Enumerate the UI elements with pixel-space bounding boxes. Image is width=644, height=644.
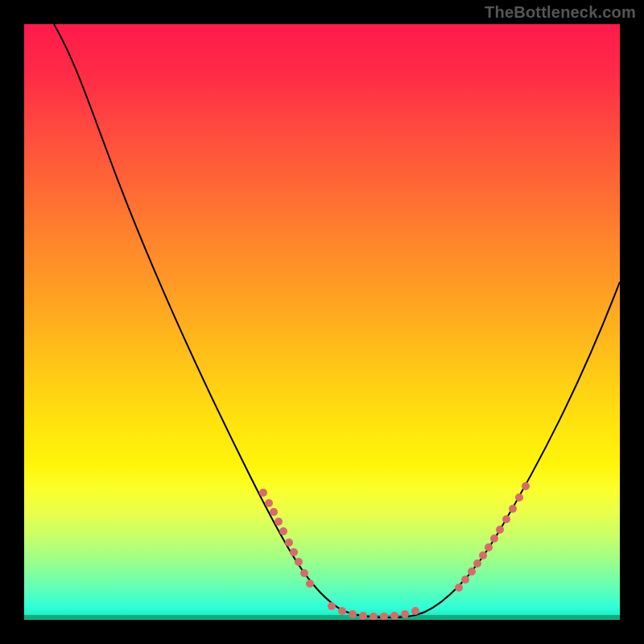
- svg-point-20: [461, 576, 469, 584]
- svg-point-28: [509, 505, 517, 513]
- svg-point-23: [479, 551, 487, 559]
- svg-point-8: [300, 569, 308, 577]
- svg-point-26: [496, 526, 504, 534]
- svg-point-3: [275, 518, 283, 526]
- svg-point-9: [306, 580, 314, 588]
- svg-point-1: [265, 499, 273, 507]
- svg-point-10: [328, 602, 336, 610]
- svg-point-5: [285, 539, 293, 547]
- svg-point-27: [502, 515, 510, 523]
- svg-point-6: [290, 548, 298, 556]
- svg-point-14: [369, 613, 378, 620]
- svg-point-17: [401, 610, 409, 618]
- svg-point-21: [468, 568, 476, 576]
- svg-point-18: [411, 607, 419, 615]
- svg-point-13: [359, 612, 367, 620]
- svg-point-7: [295, 558, 303, 566]
- svg-point-16: [390, 612, 398, 620]
- bottleneck-curve: [54, 24, 620, 617]
- watermark-text: TheBottleneck.com: [485, 3, 636, 22]
- svg-point-22: [473, 559, 481, 568]
- svg-point-15: [380, 613, 388, 620]
- svg-point-29: [515, 493, 523, 502]
- svg-point-12: [349, 610, 357, 618]
- svg-point-25: [490, 535, 498, 543]
- svg-point-19: [455, 584, 463, 592]
- chart-area: [24, 24, 620, 620]
- highlight-dots: [259, 482, 530, 620]
- chart-svg-layer: [24, 24, 620, 620]
- svg-point-11: [338, 607, 346, 615]
- svg-point-30: [522, 482, 530, 490]
- svg-point-2: [270, 508, 278, 516]
- svg-point-0: [259, 489, 267, 497]
- svg-point-4: [279, 527, 287, 535]
- svg-point-24: [485, 543, 493, 551]
